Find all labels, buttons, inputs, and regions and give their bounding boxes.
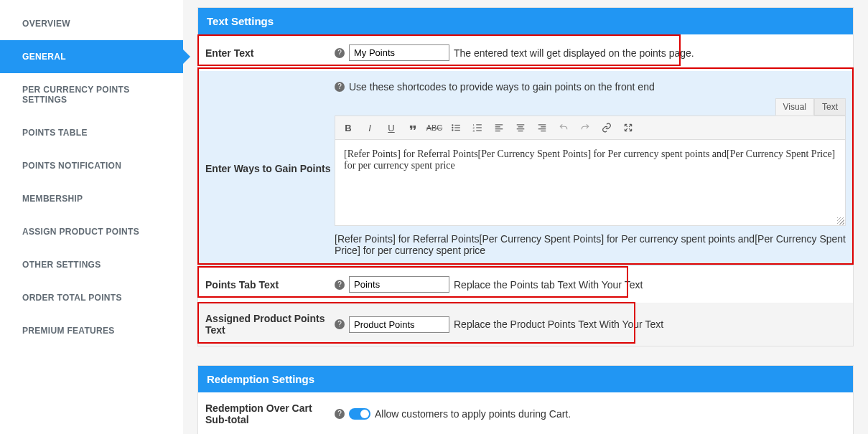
svg-rect-3 <box>454 125 460 126</box>
resize-grip-icon[interactable] <box>837 217 844 225</box>
svg-rect-9 <box>476 124 482 125</box>
svg-rect-13 <box>495 126 500 127</box>
help-icon[interactable]: ? <box>335 319 345 329</box>
svg-rect-10 <box>476 127 482 128</box>
bullet-list-icon[interactable] <box>447 119 465 136</box>
svg-text:3: 3 <box>473 129 475 133</box>
ways-row: Enter Ways to Gain Points ? Use these sh… <box>198 71 853 266</box>
svg-rect-15 <box>495 131 500 131</box>
redemption-toggle[interactable] <box>349 408 370 420</box>
text-settings-header: Text Settings <box>198 8 853 34</box>
svg-rect-16 <box>517 124 525 125</box>
link-icon[interactable] <box>598 119 615 136</box>
help-icon[interactable]: ? <box>335 409 345 419</box>
svg-point-0 <box>452 124 453 126</box>
points-tab-row: Points Tab Text ? Replace the Points tab… <box>198 266 853 303</box>
svg-rect-23 <box>541 131 546 131</box>
redemption-over-row: Redemption Over Cart Sub-total ? Allow c… <box>198 392 853 434</box>
editor-tab-text[interactable]: Text <box>814 98 846 115</box>
svg-rect-19 <box>518 131 523 131</box>
undo-icon[interactable] <box>555 119 572 136</box>
svg-rect-14 <box>495 128 503 129</box>
enter-text-desc: The entered text will get displayed on t… <box>454 47 694 59</box>
assigned-input[interactable] <box>349 316 449 333</box>
help-icon[interactable]: ? <box>335 48 345 58</box>
redo-icon[interactable] <box>577 119 594 136</box>
align-left-icon[interactable] <box>490 119 508 136</box>
numbered-list-icon[interactable]: 123 <box>469 119 486 136</box>
align-right-icon[interactable] <box>533 119 551 136</box>
svg-rect-4 <box>454 127 460 128</box>
help-icon[interactable]: ? <box>335 280 345 290</box>
help-icon[interactable]: ? <box>335 82 345 92</box>
redemption-panel: Redemption Settings Redemption Over Cart… <box>197 365 854 434</box>
editor-toolbar: B I U ABC 123 <box>335 115 846 140</box>
sidebar-item-assign-product-points[interactable]: ASSIGN PRODUCT POINTS <box>0 215 183 248</box>
svg-rect-11 <box>476 131 482 131</box>
svg-rect-20 <box>538 124 546 125</box>
points-tab-desc: Replace the Points tab Text With Your Te… <box>454 279 643 291</box>
fullscreen-icon[interactable] <box>620 119 637 136</box>
main-content: Text Settings Enter Text ? The entered t… <box>183 0 868 434</box>
svg-rect-5 <box>454 130 460 131</box>
assigned-desc: Replace the Product Points Text With You… <box>454 319 663 330</box>
sidebar-item-points-table[interactable]: POINTS TABLE <box>0 116 183 149</box>
sidebar-item-premium-features[interactable]: PREMIUM FEATURES <box>0 314 183 347</box>
editor-tab-visual[interactable]: Visual <box>775 98 814 115</box>
sidebar-item-per-currency[interactable]: PER CURRENCY POINTS SETTINGS <box>0 73 183 116</box>
ways-label: Enter Ways to Gain Points <box>205 163 335 174</box>
svg-point-2 <box>452 129 453 131</box>
text-settings-panel: Text Settings Enter Text ? The entered t… <box>197 7 854 346</box>
assigned-row: Assigned Product Points Text ? Replace t… <box>198 303 853 346</box>
svg-rect-18 <box>517 128 525 129</box>
quote-icon[interactable] <box>404 119 421 136</box>
sidebar-item-overview[interactable]: OVERVIEW <box>0 7 183 40</box>
enter-text-input[interactable] <box>349 44 449 61</box>
redemption-header: Redemption Settings <box>198 366 853 392</box>
align-center-icon[interactable] <box>512 119 529 136</box>
svg-rect-21 <box>541 126 546 127</box>
svg-rect-17 <box>518 126 523 127</box>
assigned-label: Assigned Product Points Text <box>205 313 335 336</box>
sidebar-item-membership[interactable]: MEMBERSHIP <box>0 182 183 215</box>
points-tab-input[interactable] <box>349 276 449 293</box>
italic-icon[interactable]: I <box>361 119 378 136</box>
redemption-over-desc: Allow customers to apply points during C… <box>375 408 571 420</box>
redemption-over-label: Redemption Over Cart Sub-total <box>205 402 335 425</box>
svg-point-1 <box>452 127 453 128</box>
sidebar-item-points-notification[interactable]: POINTS NOTIFICATION <box>0 149 183 182</box>
sidebar-item-other-settings[interactable]: OTHER SETTINGS <box>0 248 183 281</box>
sidebar-item-order-total-points[interactable]: ORDER TOTAL POINTS <box>0 281 183 314</box>
points-tab-label: Points Tab Text <box>205 279 335 291</box>
svg-rect-12 <box>495 124 503 125</box>
svg-rect-22 <box>538 128 546 129</box>
ways-editor[interactable]: [Refer Points] for Referral Points[Per C… <box>335 140 846 226</box>
underline-icon[interactable]: U <box>383 119 400 136</box>
ways-hint-text: Use these shortcodes to provide ways to … <box>349 81 655 93</box>
strikethrough-icon[interactable]: ABC <box>426 119 443 136</box>
enter-text-row: Enter Text ? The entered text will get d… <box>198 34 853 71</box>
ways-footnote: [Refer Points] for Referral Points[Per C… <box>335 233 846 256</box>
enter-text-label: Enter Text <box>205 47 335 59</box>
bold-icon[interactable]: B <box>340 119 357 136</box>
sidebar-item-general[interactable]: GENERAL <box>0 40 183 73</box>
settings-sidebar: OVERVIEW GENERAL PER CURRENCY POINTS SET… <box>0 0 183 434</box>
